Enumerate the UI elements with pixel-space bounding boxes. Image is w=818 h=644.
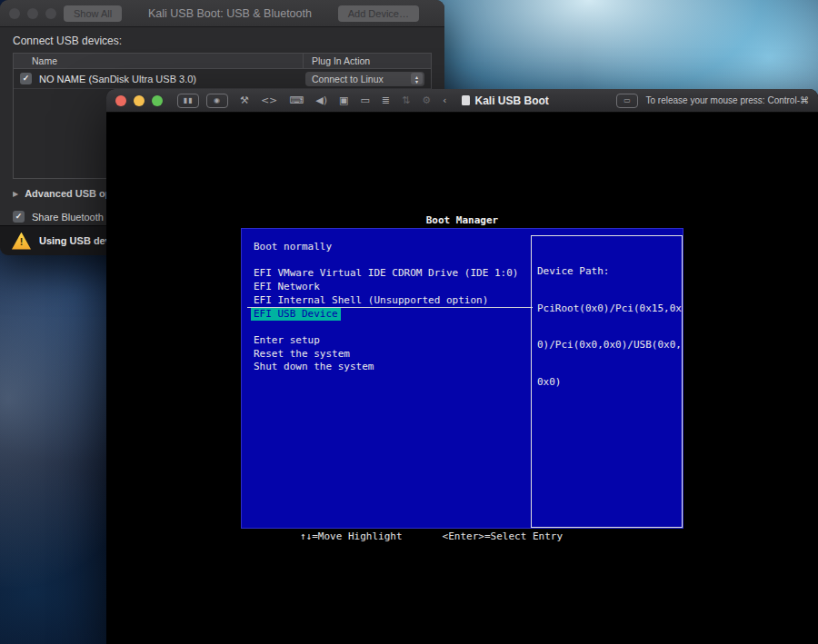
column-header-plug-in-action[interactable]: Plug In Action: [303, 54, 431, 68]
vm-titlebar[interactable]: ▮▮ ◉ ⚒ <> ⌨ ◀) ▣ ▭ ≣ ⇅ ⚙ ‹ Kali USB Boot…: [106, 89, 818, 113]
boot-manager-title: Boot Manager: [241, 214, 683, 226]
vm-window-title: Kali USB Boot: [462, 94, 549, 107]
pause-icon: ▮▮: [184, 97, 194, 104]
device-path-line: 0)/Pci(0x0,0x0)/USB(0x0,: [537, 339, 676, 352]
help-move-highlight: ↑↓=Move Highlight: [300, 530, 403, 542]
show-all-button[interactable]: Show All: [64, 5, 122, 22]
menu-separator-line: [247, 307, 533, 308]
help-select-entry: <Enter>=Select Entry: [443, 530, 563, 542]
wrench-icon[interactable]: ⚒: [240, 95, 249, 105]
share-bluetooth-label: Share Bluetooth de: [32, 212, 117, 223]
chevron-left-icon[interactable]: ‹: [443, 95, 446, 105]
boot-option-enter-setup[interactable]: Enter setup: [251, 334, 323, 348]
settings-gear-icon[interactable]: ⚙: [422, 95, 431, 105]
column-header-name[interactable]: Name: [14, 55, 303, 66]
prefs-titlebar[interactable]: Show All Kali USB Boot: USB & Bluetooth …: [0, 0, 444, 27]
vm-window: ▮▮ ◉ ⚒ <> ⌨ ◀) ▣ ▭ ≣ ⇅ ⚙ ‹ Kali USB Boot…: [106, 89, 818, 644]
boot-option-normally[interactable]: Boot normally: [251, 241, 334, 254]
device-path-title: Device Path:: [537, 265, 676, 278]
vm-traffic-lights: [115, 95, 163, 106]
disclosure-triangle-icon[interactable]: ▶: [13, 190, 18, 198]
device-connect-checkbox[interactable]: ✓: [20, 73, 32, 84]
usb-device-row[interactable]: ✓ NO NAME (SanDisk Ultra USB 3.0) Connec…: [14, 69, 431, 89]
display-icon[interactable]: ▭: [360, 95, 369, 105]
storage-icon[interactable]: ≣: [382, 95, 390, 105]
plug-in-action-popup[interactable]: Connect to Linux ▴ ▾: [305, 72, 424, 86]
usb-icon[interactable]: ⇅: [402, 95, 410, 105]
boot-option-shutdown-system[interactable]: Shut down the system: [251, 361, 376, 374]
code-icon[interactable]: <>: [261, 95, 277, 105]
usb-table-header: Name Plug In Action: [14, 54, 431, 69]
sound-icon[interactable]: ◀): [315, 95, 327, 105]
vm-screen[interactable]: Boot Manager Boot normally EFI VMware Vi…: [106, 113, 818, 644]
prefs-window-title: Kali USB Boot: USB & Bluetooth: [129, 7, 331, 20]
vm-title-text: Kali USB Boot: [475, 94, 549, 107]
device-path-line: PciRoot(0x0)/Pci(0x15,0x: [537, 302, 676, 315]
connect-usb-label: Connect USB devices:: [13, 35, 432, 47]
device-path-line: 0x0): [537, 376, 676, 389]
checkmark-icon: ✓: [23, 74, 30, 83]
minimize-button[interactable]: [27, 8, 38, 19]
warning-icon: !: [12, 233, 31, 250]
mouse-release-hint: To release your mouse press: Control-⌘: [645, 95, 809, 105]
keyboard-icon[interactable]: ⌨: [289, 95, 304, 105]
boot-option-cdrom[interactable]: EFI VMware Virtual IDE CDROM Drive (IDE …: [251, 267, 521, 281]
vm-document-icon: [462, 95, 470, 105]
suspend-button[interactable]: ▮▮: [177, 94, 199, 108]
close-button[interactable]: [9, 8, 20, 19]
advanced-usb-label: Advanced USB opti: [25, 188, 117, 199]
stepper-down-icon: ▾: [415, 79, 418, 84]
video-camera-icon[interactable]: ▣: [339, 95, 348, 105]
zoom-button[interactable]: [152, 95, 163, 106]
boot-option-reset-system[interactable]: Reset the system: [251, 348, 353, 362]
device-path-panel: Device Path: PciRoot(0x0)/Pci(0x15,0x 0)…: [531, 235, 683, 528]
boot-menu-panel: Boot normally EFI VMware Virtual IDE CDR…: [241, 228, 683, 529]
boot-option-usb-device-selected[interactable]: EFI USB Device: [251, 308, 341, 322]
boot-option-internal-shell[interactable]: EFI Internal Shell (Unsupported option): [251, 294, 491, 308]
share-bluetooth-checkbox[interactable]: ✓: [13, 211, 25, 223]
boot-help-bar: ↑↓=Move Highlight <Enter>=Select Entry: [300, 530, 563, 542]
snapshot-icon: ◉: [214, 97, 221, 104]
minimize-button[interactable]: [134, 95, 145, 106]
zoom-button[interactable]: [45, 8, 56, 19]
fullscreen-icon: ▭: [623, 97, 632, 104]
traffic-lights: [9, 8, 56, 19]
close-button[interactable]: [115, 95, 126, 106]
fullscreen-button[interactable]: ▭: [616, 94, 638, 108]
device-name: NO NAME (SanDisk Ultra USB 3.0): [39, 74, 305, 84]
boot-option-network[interactable]: EFI Network: [251, 281, 323, 294]
snapshot-button[interactable]: ◉: [206, 94, 228, 108]
boot-menu: Boot normally EFI VMware Virtual IDE CDR…: [251, 241, 521, 374]
plug-in-action-value: Connect to Linux: [312, 74, 384, 84]
popup-stepper-icon: ▴ ▾: [411, 73, 423, 84]
add-device-button[interactable]: Add Device…: [338, 5, 419, 22]
checkmark-icon: ✓: [15, 213, 23, 221]
